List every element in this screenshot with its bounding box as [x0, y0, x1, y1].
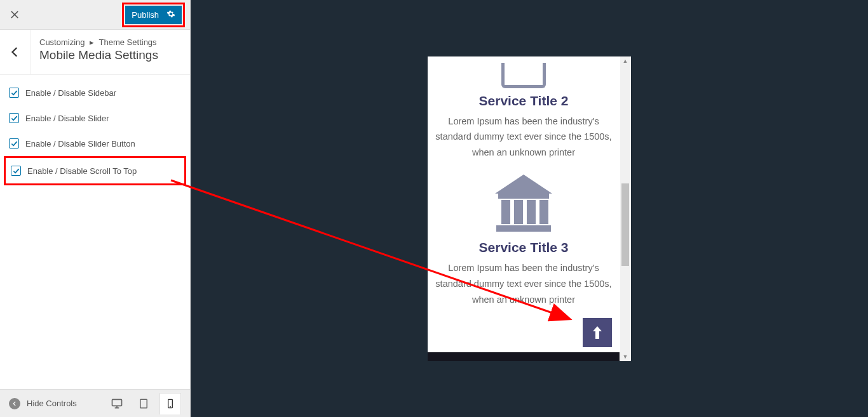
svg-rect-8: [527, 200, 536, 224]
page-title: Mobile Media Settings: [39, 48, 181, 62]
mobile-content[interactable]: Service Title 2 Lorem Ipsum has been the…: [428, 56, 620, 361]
checkbox-icon[interactable]: [9, 88, 19, 98]
service-text: Lorem Ipsum has been the industry's stan…: [435, 114, 612, 161]
checkbox-icon[interactable]: [9, 113, 19, 123]
sidebar-footer: Hide Controls: [0, 389, 190, 417]
service-icon: [501, 63, 546, 88]
desktop-preview-icon[interactable]: [106, 393, 128, 414]
scrollbar-thumb[interactable]: [621, 183, 629, 266]
scroll-up-arrow-icon[interactable]: ▲: [621, 57, 629, 65]
breadcrumb-root: Customizing: [39, 37, 85, 47]
option-slider[interactable]: Enable / Disable Slider: [0, 105, 190, 131]
svg-rect-10: [496, 225, 551, 232]
bank-icon: [489, 171, 559, 235]
mobile-preview-icon[interactable]: [159, 393, 181, 414]
close-icon: [10, 10, 19, 19]
option-label: Enable / Disable Scroll To Top: [27, 166, 137, 176]
checkbox-icon[interactable]: [9, 138, 19, 149]
option-label: Enable / Disable Sidebar: [25, 88, 116, 98]
option-scroll-top-highlight: Enable / Disable Scroll To Top: [4, 156, 186, 185]
chevron-left-circle-icon: [9, 398, 20, 409]
svg-point-3: [170, 406, 171, 407]
mobile-footer-bar: [428, 352, 620, 361]
svg-rect-6: [501, 200, 510, 224]
chevron-left-icon: [10, 46, 21, 58]
option-slider-button[interactable]: Enable / Disable Slider Button: [0, 131, 190, 156]
gear-icon[interactable]: [166, 10, 175, 20]
svg-rect-1: [140, 399, 147, 408]
svg-rect-9: [539, 200, 548, 224]
option-scroll-top[interactable]: Enable / Disable Scroll To Top: [6, 158, 149, 183]
arrow-up-icon: [592, 325, 603, 340]
svg-rect-7: [514, 200, 523, 224]
option-label: Enable / Disable Slider: [25, 114, 109, 123]
option-sidebar[interactable]: Enable / Disable Sidebar: [0, 80, 190, 105]
header-text: Customizing ▸ Theme Settings Mobile Medi…: [31, 30, 190, 70]
scroll-down-arrow-icon[interactable]: ▼: [621, 353, 629, 361]
svg-marker-4: [495, 175, 552, 194]
header-row: Customizing ▸ Theme Settings Mobile Medi…: [0, 30, 190, 75]
publish-button[interactable]: Publish: [125, 6, 182, 24]
close-button[interactable]: [5, 5, 24, 24]
breadcrumb: Customizing ▸ Theme Settings: [39, 37, 181, 47]
preview-area: Service Title 2 Lorem Ipsum has been the…: [191, 0, 868, 417]
chevron-right-icon: ▸: [90, 37, 94, 47]
svg-rect-0: [112, 399, 122, 406]
top-bar: Publish: [0, 0, 190, 30]
svg-rect-5: [498, 194, 549, 199]
hide-controls-label: Hide Controls: [27, 399, 77, 408]
mobile-preview-frame: Service Title 2 Lorem Ipsum has been the…: [428, 56, 631, 361]
service-title: Service Title 2: [435, 93, 612, 109]
scrollbar[interactable]: ▲ ▼: [620, 56, 630, 361]
publish-highlight: Publish: [122, 3, 185, 27]
back-button[interactable]: [0, 30, 31, 74]
tablet-preview-icon[interactable]: [133, 393, 154, 414]
option-label: Enable / Disable Slider Button: [25, 139, 135, 149]
device-preview-icons: [106, 393, 181, 414]
publish-label: Publish: [132, 10, 159, 20]
options-list: Enable / Disable Sidebar Enable / Disabl…: [0, 75, 190, 190]
service-title: Service Title 3: [435, 240, 612, 255]
customizer-sidebar: Publish Customizing ▸ Theme Settings Mob…: [0, 0, 191, 417]
breadcrumb-current: Theme Settings: [99, 37, 157, 47]
service-text: Lorem Ipsum has been the industry's stan…: [435, 260, 612, 307]
scroll-to-top-button[interactable]: [583, 318, 612, 347]
hide-controls-button[interactable]: Hide Controls: [9, 398, 77, 409]
checkbox-icon[interactable]: [11, 166, 21, 176]
